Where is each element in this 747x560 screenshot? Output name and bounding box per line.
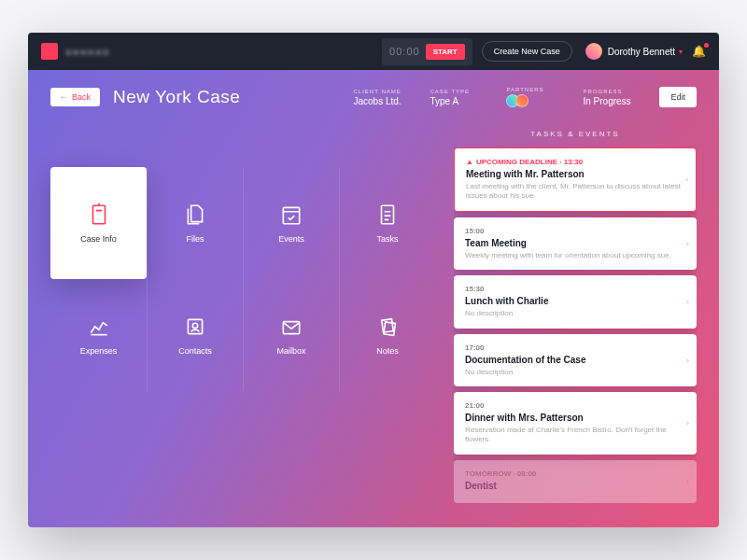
chevron-right-icon: › xyxy=(686,239,689,247)
tasks-icon xyxy=(375,203,400,227)
module-files[interactable]: Files xyxy=(147,167,243,279)
module-label: Notes xyxy=(376,346,399,356)
event-time: TOMORROW · 08:00 xyxy=(465,469,685,478)
event-time: ▲UPCOMING DEADLINE · 13:30 xyxy=(466,158,684,166)
contacts-icon xyxy=(183,315,207,339)
chevron-down-icon[interactable]: ▾ xyxy=(679,48,683,56)
event-desc: Reservation made at Charlie's French Bis… xyxy=(465,426,685,445)
arrow-left-icon: ← xyxy=(60,92,68,102)
svg-rect-10 xyxy=(188,319,202,333)
module-label: Expenses xyxy=(80,346,118,356)
back-button[interactable]: ← Back xyxy=(50,88,100,106)
create-case-button[interactable]: Create New Case xyxy=(482,41,572,62)
event-desc: No description xyxy=(465,309,685,318)
timer-widget: 00:00 START xyxy=(382,38,472,65)
event-desc: Last meeting with the client, Mr. Patter… xyxy=(466,182,684,202)
event-list: ▲UPCOMING DEADLINE · 13:30Meeting with M… xyxy=(454,147,697,503)
bell-icon[interactable]: 🔔 xyxy=(692,45,706,58)
timer-display: 00:00 xyxy=(389,46,420,57)
event-title: Team Meeting xyxy=(465,238,685,248)
topbar: ■■■■■■ 00:00 START Create New Case Dorot… xyxy=(28,33,719,70)
event-title: Documentation of the Case xyxy=(465,355,685,365)
event-card[interactable]: 15:00Team MeetingWeekly meeting with tea… xyxy=(454,217,697,270)
event-card[interactable]: ▲UPCOMING DEADLINE · 13:30Meeting with M… xyxy=(454,147,697,212)
event-title: Meeting with Mr. Patterson xyxy=(466,169,684,179)
tasks-events-panel: Tasks & Events ▲UPCOMING DEADLINE · 13:3… xyxy=(454,130,697,503)
module-label: Events xyxy=(278,234,304,244)
notes-icon xyxy=(375,315,400,339)
event-title: Lunch with Charlie xyxy=(465,296,685,306)
progress-value: In Progress xyxy=(583,96,646,106)
case-title: New York Case xyxy=(113,87,340,107)
event-time: 15:00 xyxy=(465,227,685,235)
event-desc: No description xyxy=(465,368,685,377)
event-title: Dentist xyxy=(465,481,685,491)
event-time: 17:00 xyxy=(465,343,685,352)
event-card[interactable]: 21:00Dinner with Mrs. PattersonReservati… xyxy=(454,392,697,455)
event-desc: Weekly meeting with team for orientation… xyxy=(465,251,685,260)
event-time: 21:00 xyxy=(465,401,685,410)
event-card[interactable]: 15:30Lunch with CharlieNo description› xyxy=(454,275,697,328)
module-label: Contacts xyxy=(178,346,212,356)
meta-type: CASE TYPE Type A xyxy=(430,89,493,106)
meta-partners: PARTNERS xyxy=(506,87,570,107)
event-title: Dinner with Mrs. Patterson xyxy=(465,413,685,423)
event-card[interactable]: 17:00Documentation of the CaseNo descrip… xyxy=(454,334,697,386)
module-mailbox[interactable]: Mailbox xyxy=(243,279,339,391)
module-notes[interactable]: Notes xyxy=(339,279,435,391)
module-label: Tasks xyxy=(376,234,398,244)
svg-rect-12 xyxy=(283,322,299,334)
client-label: CLIENT NAME xyxy=(353,89,416,94)
case-header: ← Back New York Case CLIENT NAME Jacobs … xyxy=(50,87,697,107)
calendar-icon xyxy=(279,203,303,227)
svg-point-11 xyxy=(192,323,197,328)
chevron-right-icon: › xyxy=(686,477,689,485)
chevron-right-icon: › xyxy=(686,419,689,427)
content-body: Case Info Files Events Tasks Expenses xyxy=(50,130,697,503)
user-avatar[interactable] xyxy=(585,43,602,60)
type-label: CASE TYPE xyxy=(430,89,493,94)
case-info-icon xyxy=(87,203,111,227)
svg-rect-3 xyxy=(283,207,299,223)
user-name[interactable]: Dorothy Bennett xyxy=(608,47,675,57)
chevron-right-icon: › xyxy=(686,298,689,306)
svg-rect-13 xyxy=(382,319,394,332)
meta-client: CLIENT NAME Jacobs Ltd. xyxy=(353,89,416,106)
module-events[interactable]: Events xyxy=(243,167,339,279)
edit-button[interactable]: Edit xyxy=(659,87,697,107)
chevron-right-icon: › xyxy=(686,356,689,364)
event-time: 15:30 xyxy=(465,285,685,293)
timer-start-button[interactable]: START xyxy=(426,44,465,60)
files-icon xyxy=(183,203,207,227)
progress-label: PROGRESS xyxy=(583,89,646,94)
main-stage: ← Back New York Case CLIENT NAME Jacobs … xyxy=(28,70,719,527)
app-name-blurred: ■■■■■■ xyxy=(65,47,110,57)
module-case-info[interactable]: Case Info xyxy=(50,167,147,279)
module-contacts[interactable]: Contacts xyxy=(147,279,243,391)
module-label: Case Info xyxy=(80,234,117,244)
back-label: Back xyxy=(72,92,91,102)
mail-icon xyxy=(279,315,303,339)
module-expenses[interactable]: Expenses xyxy=(50,279,147,391)
fire-icon: ▲ xyxy=(466,158,473,166)
type-value: Type A xyxy=(430,96,493,106)
meta-progress: PROGRESS In Progress xyxy=(583,89,646,106)
chevron-right-icon: › xyxy=(685,175,688,184)
module-tasks[interactable]: Tasks xyxy=(339,167,435,279)
event-card[interactable]: TOMORROW · 08:00Dentist› xyxy=(454,460,697,503)
module-label: Mailbox xyxy=(276,346,305,356)
app-logo xyxy=(41,43,58,60)
partners-label: PARTNERS xyxy=(506,87,570,92)
module-label: Files xyxy=(186,234,204,244)
svg-rect-5 xyxy=(382,205,394,224)
app-shell: ■■■■■■ 00:00 START Create New Case Dorot… xyxy=(28,33,719,527)
chart-icon xyxy=(87,315,111,339)
svg-rect-0 xyxy=(92,205,105,224)
tasks-events-heading: Tasks & Events xyxy=(454,130,697,138)
partner-avatars[interactable] xyxy=(506,94,570,107)
module-grid: Case Info Files Events Tasks Expenses xyxy=(50,130,435,503)
client-value: Jacobs Ltd. xyxy=(353,96,416,106)
